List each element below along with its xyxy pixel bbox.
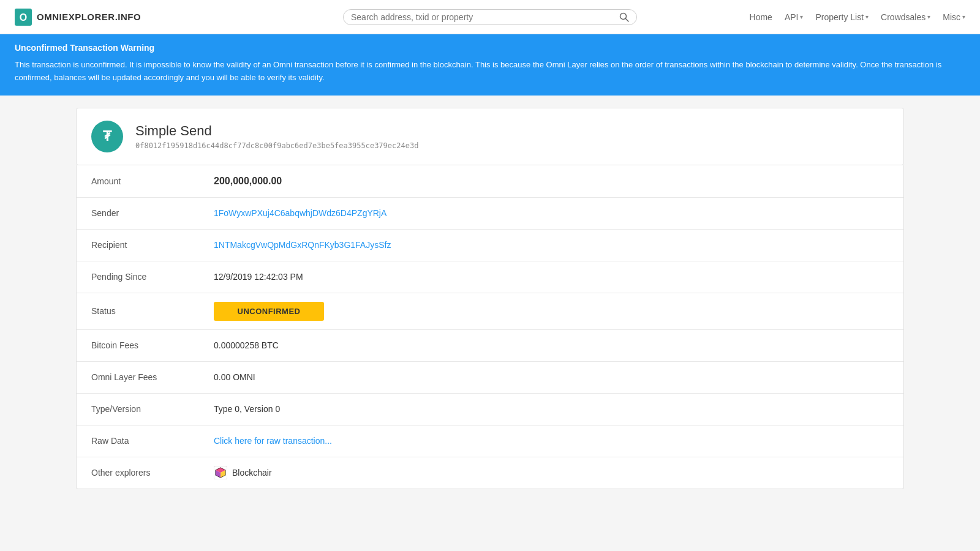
api-chevron-icon: ▾ <box>800 13 803 20</box>
field-value-recipient[interactable]: 1NTMakcgVwQpMdGxRQnFKyb3G1FAJysSfz <box>214 240 391 250</box>
nav-home[interactable]: Home <box>750 12 772 22</box>
main-content: ₮ Simple Send 0f8012f195918d16c44d8cf77d… <box>61 96 919 501</box>
transaction-header: ₮ Simple Send 0f8012f195918d16c44d8cf77d… <box>76 108 904 165</box>
alert-title: Unconfirmed Transaction Warning <box>15 43 965 53</box>
svg-line-3 <box>626 18 629 21</box>
table-row: Status UNCONFIRMED <box>77 293 903 329</box>
field-label-recipient: Recipient <box>91 240 214 250</box>
field-value-other-explorers: Blockchair <box>214 466 272 479</box>
field-value-sender[interactable]: 1FoWyxwPXuj4C6abqwhjDWdz6D4PZgYRjA <box>214 208 386 218</box>
logo-icon: O <box>15 9 32 26</box>
nav-misc[interactable]: Misc ▾ <box>943 12 965 22</box>
nav: Home API ▾ Property List ▾ Crowdsales ▾ … <box>750 12 965 22</box>
field-value-omni-fees: 0.00 OMNI <box>214 372 255 382</box>
search-icon <box>619 12 629 22</box>
logo-text: OMNIEXPLORER.INFO <box>37 12 141 22</box>
blockchair-icon <box>214 466 227 479</box>
table-row: Sender 1FoWyxwPXuj4C6abqwhjDWdz6D4PZgYRj… <box>77 197 903 229</box>
field-label-sender: Sender <box>91 208 214 218</box>
crowdsales-chevron-icon: ▾ <box>927 13 930 20</box>
table-row: Pending Since 12/9/2019 12:42:03 PM <box>77 261 903 293</box>
table-row: Raw Data Click here for raw transaction.… <box>77 425 903 457</box>
logo[interactable]: O OMNIEXPLORER.INFO <box>15 9 141 26</box>
table-row: Bitcoin Fees 0.00000258 BTC <box>77 329 903 361</box>
property-list-chevron-icon: ▾ <box>865 13 869 20</box>
explorer-blockchair: Blockchair <box>214 466 272 479</box>
field-value-bitcoin-fees: 0.00000258 BTC <box>214 340 279 350</box>
transaction-title-block: Simple Send 0f8012f195918d16c44d8cf77dc8… <box>135 123 418 150</box>
table-row: Amount 200,000,000.00 <box>77 165 903 197</box>
table-row: Type/Version Type 0, Version 0 <box>77 393 903 425</box>
field-label-type-version: Type/Version <box>91 404 214 414</box>
alert-body: This transaction is unconfirmed. It is i… <box>15 59 965 84</box>
header: O OMNIEXPLORER.INFO Home API ▾ Property … <box>0 0 980 34</box>
field-label-omni-fees: Omni Layer Fees <box>91 372 214 382</box>
nav-api[interactable]: API ▾ <box>785 12 804 22</box>
table-row: Omni Layer Fees 0.00 OMNI <box>77 361 903 393</box>
field-label-status: Status <box>91 306 214 316</box>
nav-property-list[interactable]: Property List ▾ <box>815 12 869 22</box>
search-bar <box>343 9 637 25</box>
field-label-pending-since: Pending Since <box>91 272 214 282</box>
field-value-pending-since: 12/9/2019 12:42:03 PM <box>214 272 303 282</box>
field-value-raw-data[interactable]: Click here for raw transaction... <box>214 436 332 446</box>
transaction-table: Amount 200,000,000.00 Sender 1FoWyxwPXuj… <box>76 165 904 489</box>
field-value-status: UNCONFIRMED <box>214 302 324 321</box>
field-value-amount: 200,000,000.00 <box>214 176 282 187</box>
misc-chevron-icon: ▾ <box>962 13 965 20</box>
search-button[interactable] <box>619 12 629 22</box>
field-label-bitcoin-fees: Bitcoin Fees <box>91 340 214 350</box>
field-label-amount: Amount <box>91 176 214 186</box>
status-badge: UNCONFIRMED <box>214 302 324 321</box>
transaction-hash: 0f8012f195918d16c44d8cf77dc8c00f9abc6ed7… <box>135 141 418 150</box>
token-icon: ₮ <box>91 121 123 152</box>
field-label-other-explorers: Other explorers <box>91 468 214 478</box>
field-value-type-version: Type 0, Version 0 <box>214 404 280 414</box>
nav-crowdsales[interactable]: Crowdsales ▾ <box>881 12 930 22</box>
search-input[interactable] <box>351 12 619 22</box>
svg-text:O: O <box>20 12 27 23</box>
transaction-type: Simple Send <box>135 123 418 139</box>
table-row: Other explorers Blockchair <box>77 457 903 489</box>
alert-banner: Unconfirmed Transaction Warning This tra… <box>0 34 980 96</box>
field-label-raw-data: Raw Data <box>91 436 214 446</box>
table-row: Recipient 1NTMakcgVwQpMdGxRQnFKyb3G1FAJy… <box>77 229 903 261</box>
